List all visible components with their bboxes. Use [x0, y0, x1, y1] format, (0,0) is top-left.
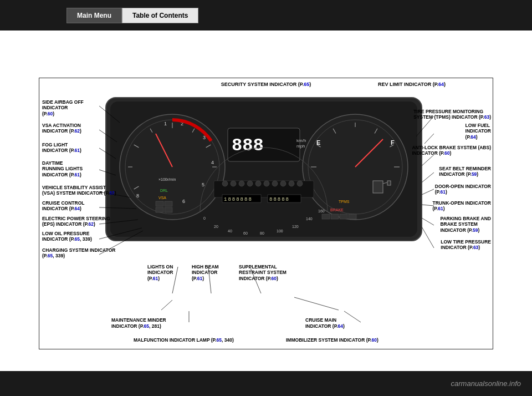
malfunction-lamp-label: MALFUNCTION INDICATOR LAMP (P.65, 340): [134, 337, 234, 343]
svg-text:1: 1: [164, 121, 167, 126]
svg-point-60: [239, 181, 244, 186]
high-beam-label: HIGH BEAMINDICATOR(P.61): [192, 264, 219, 282]
svg-rect-49: [322, 214, 330, 219]
door-open-label: DOOR-OPEN INDICATOR(P.61): [435, 184, 491, 195]
supplemental-label: SUPPLEMENTALRESTRAINT SYSTEMINDICATOR (P…: [239, 264, 287, 282]
svg-text:140: 140: [306, 217, 313, 221]
svg-line-100: [344, 311, 361, 322]
main-content: SECURITY SYSTEM INDICATOR (P.65) REV LIM…: [0, 31, 532, 396]
parking-brake-label: PARKING BRAKE ANDBRAKE SYSTEMINDICATOR (…: [440, 216, 491, 233]
vsa-activation-label: VSA ACTIVATIONINDICATOR (P.62): [42, 123, 81, 134]
svg-text:km/h: km/h: [296, 138, 306, 143]
cluster-svg: 1 2 3 4 5 6 7 8 ×100r/min DRL VSA: [100, 95, 427, 245]
lights-on-label: LIGHTS ONINDICATOR(P.61): [147, 264, 173, 282]
svg-text:E: E: [316, 139, 320, 146]
rev-ref: 64: [438, 82, 444, 87]
main-menu-button[interactable]: Main Menu: [66, 8, 122, 23]
svg-rect-52: [349, 214, 356, 219]
immobilizer-label: IMMOBILIZER SYSTEM INDICATOR (P.60): [286, 337, 378, 343]
svg-rect-50: [331, 214, 339, 219]
svg-line-97: [161, 300, 172, 310]
svg-text:BRAKE: BRAKE: [330, 208, 344, 212]
fog-light-label: FOG LIGHTINDICATOR (P.61): [42, 142, 81, 154]
side-airbag-off-label: SIDE AIRBAG OFF INDICATOR(P.60): [42, 99, 100, 117]
svg-text:×100r/min: ×100r/min: [158, 177, 176, 181]
svg-point-59: [231, 181, 236, 186]
svg-text:6: 6: [182, 199, 185, 204]
svg-rect-26: [156, 207, 163, 212]
navigation-bar: Main Menu Table of Contents: [0, 0, 532, 31]
svg-point-63: [264, 181, 269, 186]
svg-text:20: 20: [214, 225, 218, 229]
cruise-control-label: CRUISE CONTROLINDICATOR (P.64): [42, 200, 85, 212]
charging-system-label: CHARGING SYSTEM INDICATOR(P.65, 339): [42, 247, 115, 259]
svg-point-61: [247, 181, 253, 186]
svg-point-58: [222, 181, 228, 186]
svg-text:F: F: [391, 139, 395, 146]
svg-point-62: [255, 181, 261, 186]
svg-rect-25: [165, 201, 172, 206]
daytime-running-label: DAYTIMERUNNING LIGHTSINDICATOR (P.61): [42, 160, 83, 178]
svg-text:88888: 88888: [269, 197, 290, 202]
svg-text:888: 888: [232, 135, 264, 156]
svg-rect-46: [387, 181, 391, 185]
svg-text:160: 160: [318, 209, 325, 213]
svg-text:mph: mph: [296, 144, 305, 149]
svg-text:1888888: 1888888: [224, 197, 253, 202]
svg-text:TPMS: TPMS: [339, 200, 350, 204]
rev-limit-label: REV LIMIT INDICATOR (P.64): [378, 82, 446, 87]
svg-rect-27: [165, 207, 172, 212]
svg-rect-24: [156, 201, 163, 206]
svg-text:0: 0: [203, 216, 206, 220]
low-oil-label: LOW OIL PRESSUREINDICATOR (P.65, 339): [42, 231, 92, 242]
svg-rect-51: [340, 214, 347, 219]
eps-label: ELECTRIC POWER STEERING(EPS) INDICATOR (…: [42, 216, 110, 227]
bottom-bar: carmanualsonline.info: [0, 371, 532, 396]
svg-point-66: [289, 181, 294, 186]
svg-text:5: 5: [202, 182, 204, 187]
svg-text:DRL: DRL: [160, 189, 168, 192]
maintenance-minder-label: MAINTENANCE MINDERINDICATOR (P.65, 281): [111, 317, 166, 329]
low-fuel-label: LOW FUELINDICATOR(P.64): [466, 123, 491, 140]
svg-text:100: 100: [277, 229, 283, 233]
svg-text:4: 4: [211, 160, 214, 165]
svg-text:60: 60: [243, 231, 248, 235]
svg-line-94: [172, 267, 178, 293]
svg-text:40: 40: [228, 229, 232, 233]
tpms-label: TIRE PRESSURE MONITORINGSYSTEM (TPMS) IN…: [413, 109, 491, 120]
site-url: carmanualsonline.info: [451, 379, 521, 388]
seat-belt-label: SEAT BELT REMINDERINDICATOR (P.59): [439, 166, 491, 177]
abs-label: ANTI-LOCK BRAKE SYSTEM (ABS)INDICATOR (P…: [412, 145, 491, 156]
svg-line-99: [294, 297, 339, 310]
toc-button[interactable]: Table of Contents: [122, 8, 198, 23]
svg-text:80: 80: [260, 231, 264, 235]
vsa-system-label: VEHICLE STABILITY ASSIST(VSA) SYSTEM IND…: [42, 185, 116, 196]
trunk-open-label: TRUNK-OPEN INDICATOR(P.61): [433, 200, 491, 212]
security-ref: 65: [304, 82, 309, 87]
svg-point-65: [280, 181, 286, 186]
instrument-diagram: SECURITY SYSTEM INDICATOR (P.65) REV LIM…: [39, 78, 493, 349]
svg-text:8: 8: [136, 193, 139, 199]
cruise-main-label: CRUISE MAININDICATOR (P.64): [305, 317, 345, 329]
svg-point-67: [297, 181, 303, 186]
svg-text:120: 120: [292, 225, 299, 229]
svg-point-64: [272, 181, 278, 186]
svg-text:VSA: VSA: [158, 196, 166, 200]
low-tire-label: LOW TIRE PRESSUREINDICATOR (P.63): [441, 239, 491, 251]
svg-rect-44: [373, 181, 383, 193]
